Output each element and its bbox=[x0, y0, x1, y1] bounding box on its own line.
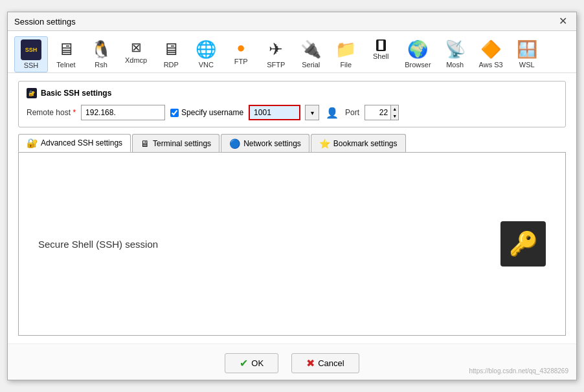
tab-advanced-ssh[interactable]: 🔐 Advanced SSH settings bbox=[18, 134, 131, 152]
tab-panel-content: Secure Shell (SSH) session 🔑 bbox=[18, 153, 566, 336]
tab-network[interactable]: 🔵 Network settings bbox=[221, 134, 309, 152]
port-input[interactable] bbox=[365, 105, 390, 120]
advanced-tabs: 🔐 Advanced SSH settings 🖥 Terminal setti… bbox=[18, 134, 566, 153]
protocol-telnet[interactable]: 🖥 Telnet bbox=[49, 36, 83, 72]
port-spinbox: ▲ ▼ bbox=[365, 105, 399, 120]
specify-username-checkbox[interactable] bbox=[170, 109, 179, 117]
session-description: Secure Shell (SSH) session bbox=[38, 239, 158, 250]
user-icon-button[interactable]: 👤 bbox=[324, 105, 340, 120]
ok-label: OK bbox=[251, 358, 264, 368]
rsh-icon: 🐧 bbox=[91, 39, 111, 60]
remote-host-input[interactable] bbox=[81, 105, 165, 120]
advanced-ssh-tab-label: Advanced SSH settings bbox=[41, 138, 122, 147]
protocol-rsh[interactable]: 🐧 Rsh bbox=[84, 36, 118, 72]
protocol-mosh[interactable]: 📡 Mosh bbox=[438, 36, 472, 72]
tab-bookmark[interactable]: ⭐ Bookmark settings bbox=[311, 134, 406, 152]
port-spin-down[interactable]: ▼ bbox=[391, 113, 398, 120]
protocol-telnet-label: Telnet bbox=[56, 61, 75, 69]
protocol-vnc[interactable]: 🌐 VNC bbox=[189, 36, 223, 72]
cancel-label: Cancel bbox=[318, 358, 344, 368]
window-title: Session settings bbox=[14, 17, 76, 27]
watermark: https://blog.csdn.net/qq_43288269 bbox=[469, 367, 568, 375]
ok-icon: ✔ bbox=[240, 357, 248, 369]
protocol-wsl[interactable]: 🪟 WSL bbox=[510, 36, 544, 72]
session-settings-window: Session settings ✕ SSH SSH 🖥 Telnet 🐧 Rs… bbox=[7, 12, 577, 380]
protocol-xdmcp[interactable]: ⊠ Xdmcp bbox=[119, 36, 153, 72]
protocol-browser-label: Browser bbox=[405, 61, 431, 69]
basic-settings-group: 🔐 Basic SSH settings Remote host * Speci… bbox=[18, 81, 566, 127]
telnet-icon: 🖥 bbox=[58, 39, 74, 60]
protocol-file-label: File bbox=[340, 61, 352, 69]
protocol-ssh-label: SSH bbox=[24, 61, 39, 69]
protocol-ftp-label: FTP bbox=[234, 58, 248, 65]
close-button[interactable]: ✕ bbox=[556, 16, 570, 27]
protocol-rdp-label: RDP bbox=[164, 61, 179, 69]
network-tab-icon: 🔵 bbox=[229, 138, 240, 149]
ok-button[interactable]: ✔ OK bbox=[225, 353, 278, 373]
shell-icon: █ bbox=[376, 39, 386, 51]
wsl-icon: 🪟 bbox=[517, 39, 537, 60]
protocol-browser[interactable]: 🌍 Browser bbox=[399, 36, 436, 72]
protocol-ftp[interactable]: ● FTP bbox=[224, 36, 258, 72]
ssh-small-icon: 🔐 bbox=[27, 88, 37, 98]
remote-host-label: Remote host * bbox=[27, 108, 76, 117]
protocol-ssh[interactable]: SSH SSH bbox=[14, 36, 48, 72]
vnc-icon: 🌐 bbox=[196, 39, 216, 60]
protocol-xdmcp-label: Xdmcp bbox=[125, 56, 147, 64]
basic-row: Remote host * Specify username ▾ 👤 Port … bbox=[27, 105, 557, 120]
sftp-icon: ✈ bbox=[269, 39, 283, 60]
port-spin-up[interactable]: ▲ bbox=[391, 105, 398, 113]
browser-icon: 🌍 bbox=[407, 39, 428, 60]
file-icon: 📁 bbox=[335, 39, 356, 60]
protocol-mosh-label: Mosh bbox=[446, 61, 464, 69]
protocol-bar: SSH SSH 🖥 Telnet 🐧 Rsh ⊠ Xdmcp 🖥 RDP 🌐 V… bbox=[8, 31, 576, 73]
bookmark-tab-label: Bookmark settings bbox=[333, 139, 398, 148]
protocol-shell[interactable]: █ Shell bbox=[364, 36, 398, 72]
cancel-icon: ✖ bbox=[306, 357, 315, 369]
advanced-ssh-tab-icon: 🔐 bbox=[27, 138, 38, 148]
ftp-icon: ● bbox=[237, 39, 245, 56]
username-input[interactable] bbox=[249, 105, 300, 120]
terminal-tab-icon: 🖥 bbox=[140, 138, 150, 149]
protocol-file[interactable]: 📁 File bbox=[329, 36, 363, 72]
awss3-icon: 🔶 bbox=[480, 39, 501, 60]
basic-settings-label: Basic SSH settings bbox=[41, 89, 111, 98]
rdp-icon: 🖥 bbox=[163, 39, 179, 60]
protocol-vnc-label: VNC bbox=[199, 61, 214, 69]
port-spin-buttons: ▲ ▼ bbox=[390, 105, 399, 120]
protocol-awss3[interactable]: 🔶 Aws S3 bbox=[473, 36, 509, 72]
terminal-tab-label: Terminal settings bbox=[153, 139, 211, 148]
protocol-rsh-label: Rsh bbox=[95, 61, 107, 69]
basic-settings-title: 🔐 Basic SSH settings bbox=[27, 88, 557, 98]
ssh-icon: SSH bbox=[21, 39, 41, 60]
protocol-wsl-label: WSL bbox=[519, 61, 535, 69]
ssh-key-icon: 🔑 bbox=[500, 221, 546, 267]
protocol-sftp[interactable]: ✈ SFTP bbox=[259, 36, 293, 72]
protocol-shell-label: Shell bbox=[373, 52, 388, 60]
specify-username-label: Specify username bbox=[181, 108, 243, 117]
title-bar: Session settings ✕ bbox=[8, 12, 576, 31]
bookmark-tab-icon: ⭐ bbox=[319, 138, 330, 149]
protocol-serial-label: Serial bbox=[302, 61, 320, 69]
serial-icon: 🔌 bbox=[300, 39, 321, 60]
network-tab-label: Network settings bbox=[243, 139, 301, 148]
protocol-rdp[interactable]: 🖥 RDP bbox=[154, 36, 188, 72]
xdmcp-icon: ⊠ bbox=[131, 39, 142, 55]
username-dropdown-button[interactable]: ▾ bbox=[305, 105, 319, 120]
port-label: Port bbox=[345, 108, 359, 117]
tab-terminal[interactable]: 🖥 Terminal settings bbox=[132, 134, 219, 152]
cancel-button[interactable]: ✖ Cancel bbox=[291, 353, 359, 373]
protocol-serial[interactable]: 🔌 Serial bbox=[294, 36, 328, 72]
specify-username-checkbox-label[interactable]: Specify username bbox=[170, 108, 243, 117]
mosh-icon: 📡 bbox=[445, 39, 466, 60]
protocol-sftp-label: SFTP bbox=[267, 61, 285, 69]
protocol-awss3-label: Aws S3 bbox=[479, 61, 503, 69]
advanced-section: 🔐 Advanced SSH settings 🖥 Terminal setti… bbox=[18, 134, 566, 336]
main-content: 🔐 Basic SSH settings Remote host * Speci… bbox=[8, 73, 576, 343]
